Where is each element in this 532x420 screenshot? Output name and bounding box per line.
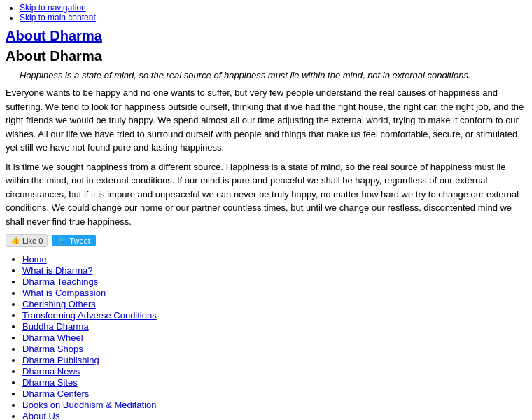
list-item: Dharma Publishing — [22, 355, 526, 365]
body-paragraph-1: Everyone wants to be happy and no one wa… — [6, 86, 526, 155]
nav-transforming-adverse[interactable]: Transforming Adverse Conditions — [22, 310, 157, 321]
tweet-label: Tweet — [69, 237, 90, 245]
nav-books-buddhism[interactable]: Books on Buddhism & Meditation — [22, 400, 157, 410]
list-item: Buddha Dharma — [22, 321, 526, 332]
skip-nav-link[interactable]: Skip to navigation — [20, 3, 86, 13]
nav-dharma-publishing[interactable]: Dharma Publishing — [22, 355, 99, 365]
nav-what-is-dharma[interactable]: What is Dharma? — [22, 265, 92, 276]
thumbs-up-icon: 👍 — [10, 236, 20, 245]
list-item: Dharma Sites — [22, 377, 526, 388]
list-item: What is Dharma? — [22, 265, 526, 276]
nav-dharma-centers[interactable]: Dharma Centers — [22, 388, 89, 399]
about-heading: About Dharma — [6, 48, 526, 64]
list-item: Dharma Teachings — [22, 276, 526, 287]
nav-cherishing-others[interactable]: Cherishing Others — [22, 299, 96, 309]
list-item: Transforming Adverse Conditions — [22, 310, 526, 321]
list-item: Dharma News — [22, 366, 526, 377]
nav-dharma-teachings[interactable]: Dharma Teachings — [22, 276, 98, 287]
like-label: Like 0 — [22, 237, 43, 245]
tweet-button[interactable]: 🐦 Tweet — [52, 234, 95, 246]
page-title-link[interactable]: About Dharma — [0, 25, 532, 46]
list-item: What is Compassion — [22, 288, 526, 298]
list-item: Dharma Centers — [22, 388, 526, 399]
nav-home[interactable]: Home — [22, 254, 47, 265]
list-item: Home — [22, 254, 526, 265]
body-paragraph-2: It is time we sought happiness from a di… — [6, 160, 526, 229]
nav-dharma-news[interactable]: Dharma News — [22, 366, 80, 377]
nav-buddha-dharma[interactable]: Buddha Dharma — [22, 321, 89, 332]
nav-dharma-wheel[interactable]: Dharma Wheel — [22, 332, 83, 343]
list-item: Dharma Wheel — [22, 332, 526, 343]
social-bar: 👍 Like 0 🐦 Tweet — [6, 234, 526, 247]
nav-dharma-shops[interactable]: Dharma Shops — [22, 344, 83, 354]
skip-content-link[interactable]: Skip to main content — [20, 13, 96, 22]
nav-dharma-sites[interactable]: Dharma Sites — [22, 377, 78, 388]
twitter-bird-icon: 🐦 — [57, 236, 67, 245]
list-item: Dharma Shops — [22, 344, 526, 354]
list-item: About Us — [22, 411, 526, 420]
facebook-like-button[interactable]: 👍 Like 0 — [6, 234, 48, 247]
nav-what-is-compassion[interactable]: What is Compassion — [22, 288, 106, 298]
list-item: Books on Buddhism & Meditation — [22, 400, 526, 410]
list-item: Cherishing Others — [22, 299, 526, 309]
skip-links: Skip to navigation Skip to main content — [0, 0, 532, 25]
intro-paragraph: Happiness is a state of mind, so the rea… — [20, 70, 526, 80]
navigation-list: Home What is Dharma? Dharma Teachings Wh… — [6, 254, 526, 420]
nav-about-us[interactable]: About Us — [22, 411, 59, 420]
